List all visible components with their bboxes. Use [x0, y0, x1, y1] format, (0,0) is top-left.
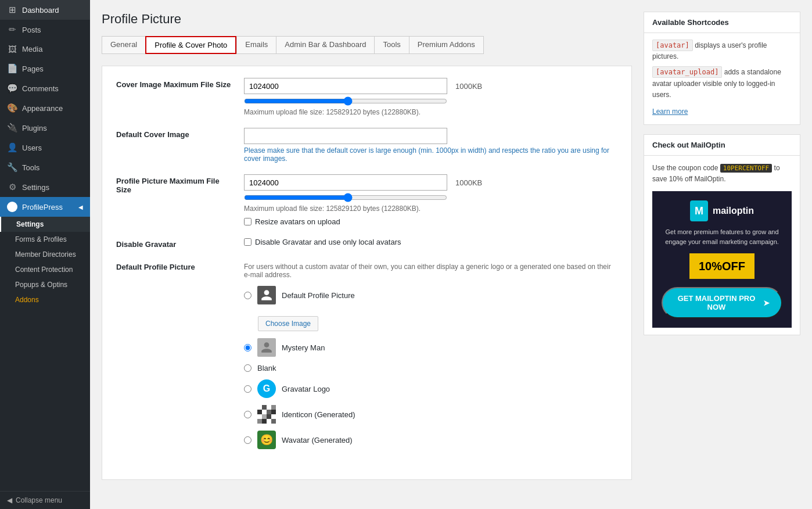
profilepress-icon [7, 202, 17, 212]
sidebar-item-posts[interactable]: ✏ Posts [0, 20, 90, 40]
mailoptin-widget: Check out MailOptin Use the coupon code … [644, 134, 800, 335]
appearance-icon: 🎨 [7, 103, 17, 113]
disable-gravatar-checkbox[interactable] [244, 238, 251, 246]
radio-option-default-pp: Default Profile Picture [244, 286, 617, 304]
avatar-upload-shortcode-tag: [avatar_upload] [652, 66, 722, 78]
avatar-thumb-identicon [257, 405, 276, 424]
tabs-container: General Profile & Cover Photo Emails Adm… [102, 36, 632, 54]
radio-mystery-man[interactable] [244, 344, 251, 352]
default-cover-image-row: Default Cover Image Please make sure tha… [116, 128, 617, 163]
sidebar-item-comments[interactable]: 💬 Comments [0, 78, 90, 98]
resize-avatars-checkbox[interactable] [244, 218, 251, 225]
radio-option-blank: Blank [244, 364, 617, 372]
coupon-intro: Use the coupon code [652, 164, 718, 172]
cover-image-max-filesize-slider[interactable] [244, 96, 447, 106]
avatar-thumb-gravatar: G [257, 379, 276, 398]
mailoptin-logo: M mailoptin [662, 200, 782, 222]
profile-picture-max-filesize-input[interactable] [244, 174, 447, 191]
profile-picture-max-filesize-help: Maximum upload file size: 125829120 byte… [244, 205, 617, 213]
radio-default-pp[interactable] [244, 292, 251, 299]
avatar-thumb-wavatar: 😊 [257, 431, 276, 449]
sidebar-item-dashboard[interactable]: ⊞ Dashboard [0, 0, 90, 20]
tab-profile-cover-photo[interactable]: Profile & Cover Photo [145, 36, 236, 54]
profile-picture-max-filesize-field: 1000KB Maximum upload file size: 1258291… [244, 174, 617, 226]
cover-image-max-filesize-field: 1024000 1000KB Maximum upload file size:… [244, 78, 617, 116]
tab-admin-bar-dashboard[interactable]: Admin Bar & Dashboard [276, 36, 374, 54]
resize-avatars-label: Resize avatars on upload [244, 217, 617, 226]
avatar-shortcode-tag: [avatar] [652, 40, 693, 51]
radio-option-identicon: Identicon (Generated) [244, 405, 617, 424]
tab-emails[interactable]: Emails [236, 36, 276, 54]
arrow-icon: ➤ [763, 299, 770, 307]
mailoptin-tagline: Get more premium features to grow and en… [662, 227, 782, 246]
default-cover-image-field: Please make sure that the default cover … [244, 128, 617, 163]
sidebar-item-appearance[interactable]: 🎨 Appearance [0, 98, 90, 118]
default-profile-picture-help: For users without a custom avatar of the… [244, 263, 617, 279]
collapse-icon: ◀ [7, 496, 12, 504]
shortcodes-widget-title: Available Shortcodes [644, 12, 800, 33]
default-cover-image-help: Please make sure that the default cover … [244, 146, 617, 163]
default-profile-picture-field: For users without a custom avatar of the… [244, 260, 617, 456]
learn-more-link[interactable]: Learn more [652, 107, 688, 116]
pages-icon: 📄 [7, 63, 17, 74]
sidebar-item-pages[interactable]: 📄 Pages [0, 59, 90, 78]
disable-gravatar-checkbox-label: Disable Gravatar and use only local avat… [244, 238, 617, 246]
mailoptin-m-icon: M [690, 200, 708, 222]
radio-identicon[interactable] [244, 411, 251, 418]
disable-gravatar-row: Disable Gravatar Disable Gravatar and us… [116, 238, 617, 249]
default-profile-picture-label: Default Profile Picture [116, 260, 232, 271]
media-icon: 🖼 [7, 44, 17, 54]
default-cover-image-input[interactable] [244, 128, 447, 144]
settings-icon: ⚙ [7, 182, 17, 192]
plugins-icon: 🔌 [7, 123, 17, 133]
tab-premium-addons[interactable]: Premium Addons [409, 36, 484, 54]
sidebar-item-media[interactable]: 🖼 Media [0, 40, 90, 59]
cover-image-max-filesize-help: Maximum upload file size: 125829120 byte… [244, 108, 617, 116]
sidebar-item-plugins[interactable]: 🔌 Plugins [0, 118, 90, 138]
main-content: Profile Picture General Profile & Cover … [90, 0, 812, 509]
left-panel: Profile Picture General Profile & Cover … [102, 12, 632, 497]
users-icon: 👤 [7, 142, 17, 153]
right-panel: Available Shortcodes [avatar] displays a… [644, 12, 800, 497]
profile-picture-max-filesize-slider[interactable] [244, 193, 447, 202]
radio-blank[interactable] [244, 364, 251, 372]
posts-icon: ✏ [7, 24, 17, 35]
choose-image-section: Choose Image [258, 311, 617, 338]
shortcodes-widget: Available Shortcodes [avatar] displays a… [644, 12, 800, 125]
mailoptin-cta-button[interactable]: GET MAILOPTIN PRO NOW ➤ [662, 287, 782, 318]
sidebar: ⊞ Dashboard ✏ Posts 🖼 Media 📄 Pages 💬 Co… [0, 0, 90, 509]
default-profile-picture-row: Default Profile Picture For users withou… [116, 260, 617, 456]
collapse-menu-button[interactable]: ◀ Collapse menu [0, 491, 90, 509]
sidebar-item-users[interactable]: 👤 Users [0, 138, 90, 157]
profile-picture-max-filesize-label: Profile Picture Maximum File Size [116, 174, 232, 194]
tab-tools[interactable]: Tools [374, 36, 408, 54]
radio-gravatar-logo[interactable] [244, 385, 251, 393]
mailoptin-promo-box: M mailoptin Get more premium features to… [652, 191, 792, 328]
default-cover-image-label: Default Cover Image [116, 128, 232, 139]
sidebar-item-settings[interactable]: ⚙ Settings [0, 177, 90, 197]
comments-icon: 💬 [7, 83, 17, 94]
sidebar-item-profilepress[interactable]: ProfilePress ◀ [0, 197, 90, 217]
sidebar-submenu-content-protection[interactable]: Content Protection [0, 262, 90, 277]
sidebar-item-tools[interactable]: 🔧 Tools [0, 157, 90, 177]
choose-image-button[interactable]: Choose Image [258, 316, 318, 331]
profile-picture-max-filesize-row: Profile Picture Maximum File Size 1000KB… [116, 174, 617, 226]
profile-picture-max-filesize-suffix: 1000KB [455, 178, 482, 187]
cover-image-max-filesize-input[interactable]: 1024000 [244, 78, 447, 94]
coupon-code: 10PERCENTOFF [720, 164, 772, 173]
dashboard-icon: ⊞ [7, 5, 17, 15]
sidebar-submenu-forms-profiles[interactable]: Forms & Profiles [0, 232, 90, 247]
page-title: Profile Picture [102, 12, 632, 27]
shortcodes-widget-content: [avatar] displays a user's profile pictu… [644, 33, 800, 124]
radio-option-mystery-man: Mystery Man [244, 338, 617, 357]
cover-image-max-filesize-row: Cover Image Maximum File Size 1024000 10… [116, 78, 617, 116]
sidebar-submenu-settings[interactable]: Settings [0, 217, 90, 232]
sidebar-submenu-popups-optins[interactable]: Popups & Optins [0, 277, 90, 292]
tab-general[interactable]: General [102, 36, 145, 54]
sidebar-submenu-addons[interactable]: Addons [0, 292, 90, 307]
tools-icon: 🔧 [7, 162, 17, 173]
radio-wavatar[interactable] [244, 436, 251, 444]
sidebar-submenu-member-directories[interactable]: Member Directories [0, 247, 90, 262]
mailoptin-logo-text: mailoptin [713, 203, 754, 218]
avatar-thumb-default-pp [257, 286, 276, 304]
